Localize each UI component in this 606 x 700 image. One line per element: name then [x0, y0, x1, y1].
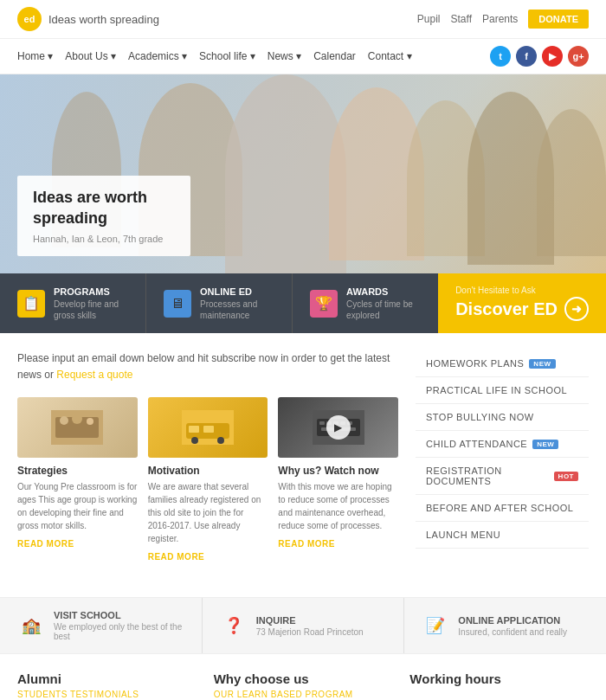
staff-link[interactable]: Staff: [451, 13, 472, 25]
why-subtitle: OUR LEARN BASED PROGRAM: [214, 690, 393, 699]
strip-inquire[interactable]: ❓ INQUIRE 73 Majerion Road Princeton: [203, 598, 405, 653]
card-motivation: Motivation We are aware that several fam…: [148, 397, 268, 562]
inquire-icon: ❓: [220, 612, 248, 639]
read-more-why[interactable]: READ MORE: [278, 539, 335, 549]
programs-text: PROGRAMS Develop fine and gross skills: [54, 286, 128, 321]
nav-news[interactable]: News ▾: [268, 50, 301, 62]
nav-bar: Home ▾ About Us ▾ Academics ▾ School lif…: [0, 39, 606, 74]
feature-programs[interactable]: 📋 PROGRAMS Develop fine and gross skills: [0, 273, 146, 333]
badge-new-attendance: new: [532, 440, 558, 449]
sidebar-item-practical[interactable]: PRACTICAL LIFE IN SCHOOL: [416, 377, 589, 404]
sidebar-item-attendance[interactable]: CHILD ATTENDANCE new: [416, 431, 589, 458]
right-sidebar: HOMEWORK PLANS new PRACTICAL LIFE IN SCH…: [416, 350, 589, 580]
logo-text: Ideas worth spreading: [48, 13, 159, 26]
card-why-title: Why us? Watch now: [278, 465, 398, 477]
card-why-us: ▶ Why us? Watch now With this move we ar…: [278, 397, 398, 562]
nav-home[interactable]: Home ▾: [17, 50, 53, 62]
inquire-text: INQUIRE 73 Majerion Road Princeton: [256, 615, 364, 637]
nav-contact[interactable]: Contact ▾: [368, 50, 412, 62]
card-strategies-title: Strategies: [17, 465, 138, 477]
card-why-desc: With this move we are hoping to reduce s…: [278, 480, 398, 532]
parents-link[interactable]: Parents: [482, 13, 518, 25]
svg-rect-7: [189, 426, 199, 433]
strip-application[interactable]: 📝 ONLINE APPLICATION Insured, confident …: [404, 598, 606, 653]
card-img-motivation: [148, 397, 268, 458]
nav-links: Home ▾ About Us ▾ Academics ▾ School lif…: [17, 50, 412, 62]
bottom-strip: 🏫 VISIT SCHOOL We employed only the best…: [0, 597, 606, 654]
nav-calendar[interactable]: Calendar: [313, 50, 356, 62]
play-overlay: ▶: [278, 397, 398, 458]
read-more-motivation[interactable]: READ MORE: [148, 552, 205, 562]
left-content: Please input an email down below and hit…: [17, 350, 416, 580]
why-title: Why choose us: [214, 671, 393, 686]
nav-academics[interactable]: Academics ▾: [128, 50, 187, 62]
sidebar-item-bullying[interactable]: STOP BULLYING NOW: [416, 404, 589, 431]
discover-pre-text: Don't Hesitate to Ask: [455, 286, 589, 295]
application-text: ONLINE APPLICATION Insured, confident an…: [458, 615, 567, 637]
request-quote-link[interactable]: Request a quote: [56, 369, 132, 381]
hero-title: Ideas are worth spreading: [33, 188, 175, 228]
alumni-section: Alumni STUDENTS TESTIMONIALS Alen Parker…: [17, 671, 197, 700]
hero-content: Ideas are worth spreading Hannah, Ian & …: [17, 176, 190, 256]
visit-text: VISIT SCHOOL We employed only the best o…: [54, 610, 184, 641]
nav-about[interactable]: About Us ▾: [65, 50, 116, 62]
svg-point-3: [72, 414, 82, 424]
badge-hot: hot: [554, 472, 578, 481]
card-strategies-desc: Our Young Pre classroom is for ages This…: [17, 480, 138, 532]
online-ed-icon: 🖥: [164, 290, 191, 318]
svg-point-10: [217, 437, 224, 444]
play-button[interactable]: ▶: [326, 415, 351, 440]
hero-subtitle: Hannah, Ian & Leon, 7th grade: [33, 234, 175, 244]
online-ed-text: ONLINE ED Processes and maintenance: [200, 286, 274, 321]
subscribe-text: Please input an email down below and hit…: [17, 350, 398, 383]
donate-button[interactable]: DONATE: [528, 10, 589, 29]
svg-rect-8: [203, 426, 214, 433]
feature-online-ed[interactable]: 🖥 ONLINE ED Processes and maintenance: [146, 273, 293, 333]
card-motivation-desc: We are aware that several families alrea…: [148, 480, 268, 545]
logo-icon: ed: [17, 7, 42, 31]
feature-awards[interactable]: 🏆 AWARDS Cycles of time be explored: [293, 273, 438, 333]
hero-section: Ideas are worth spreading Hannah, Ian & …: [0, 74, 606, 273]
sidebar-menu: HOMEWORK PLANS new PRACTICAL LIFE IN SCH…: [416, 350, 589, 549]
alumni-title: Alumni: [17, 671, 197, 686]
programs-icon: 📋: [17, 290, 45, 318]
badge-new: new: [529, 359, 555, 369]
top-bar: ed Ideas worth spreading Pupil Staff Par…: [0, 0, 606, 39]
google-icon[interactable]: g+: [568, 46, 589, 67]
features-bar: 📋 PROGRAMS Develop fine and gross skills…: [0, 273, 606, 333]
why-section: Why choose us OUR LEARN BASED PROGRAM Cu…: [214, 671, 393, 700]
card-motivation-title: Motivation: [148, 465, 268, 477]
social-icons: t f ▶ g+: [490, 46, 589, 67]
strip-visit[interactable]: 🏫 VISIT SCHOOL We employed only the best…: [0, 598, 203, 653]
twitter-icon[interactable]: t: [490, 46, 511, 67]
sidebar-item-launch-menu[interactable]: LAUNCH MENU: [416, 522, 589, 549]
facebook-icon[interactable]: f: [516, 46, 537, 67]
sidebar-item-documents[interactable]: REGISTRATION DOCUMENTS hot: [416, 458, 589, 495]
read-more-strategies[interactable]: READ MORE: [17, 539, 74, 549]
nav-school-life[interactable]: School life ▾: [199, 50, 255, 62]
svg-point-9: [191, 437, 198, 444]
hours-section: Working hours Mon-Wed 8:00 - 8:40 Thu-Fr…: [409, 671, 589, 700]
awards-text: AWARDS Cycles of time be explored: [346, 286, 421, 321]
lower-section: Alumni STUDENTS TESTIMONIALS Alen Parker…: [0, 654, 606, 700]
card-img-strategies: [17, 397, 138, 458]
discover-arrow: ➜: [564, 297, 589, 321]
visit-icon: 🏫: [17, 612, 45, 639]
cards-container: Strategies Our Young Pre classroom is fo…: [17, 397, 398, 562]
top-links: Pupil Staff Parents DONATE: [417, 10, 589, 29]
discover-box[interactable]: Don't Hesitate to Ask Discover ED ➜: [438, 273, 606, 333]
hours-title: Working hours: [409, 671, 589, 686]
main-content: Please input an email down below and hit…: [0, 333, 606, 597]
alumni-subtitle: STUDENTS TESTIMONIALS: [17, 690, 197, 699]
card-strategies: Strategies Our Young Pre classroom is fo…: [17, 397, 138, 562]
awards-icon: 🏆: [310, 290, 338, 318]
application-icon: 📝: [422, 612, 449, 639]
sidebar-item-homework[interactable]: HOMEWORK PLANS new: [416, 350, 589, 377]
sidebar-item-before-after[interactable]: BEFORE AND AFTER SCHOOL: [416, 495, 589, 522]
youtube-icon[interactable]: ▶: [542, 46, 563, 67]
svg-point-2: [60, 416, 68, 425]
pupil-link[interactable]: Pupil: [417, 13, 441, 25]
logo: ed Ideas worth spreading: [17, 7, 159, 31]
discover-main-text: Discover ED ➜: [455, 297, 589, 321]
svg-point-4: [87, 418, 93, 425]
